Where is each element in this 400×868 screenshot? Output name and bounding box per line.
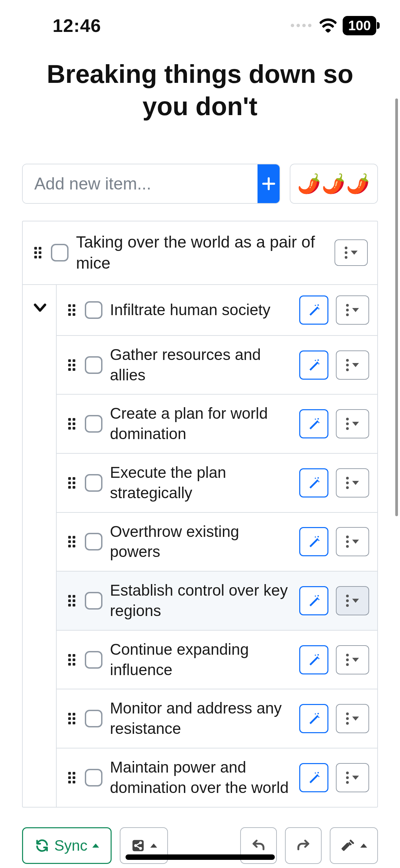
tools-button[interactable] bbox=[330, 827, 378, 864]
svg-point-7 bbox=[315, 419, 316, 420]
drag-handle-icon[interactable] bbox=[66, 711, 77, 726]
drag-handle-icon[interactable] bbox=[66, 357, 77, 373]
task-checkbox[interactable] bbox=[85, 474, 102, 492]
redo-button[interactable] bbox=[285, 827, 322, 864]
battery-badge: 100 bbox=[343, 16, 376, 35]
task-menu-button[interactable] bbox=[336, 295, 369, 325]
task-child-row: Gather resources and allies bbox=[57, 336, 377, 395]
task-text[interactable]: Maintain power and domination over the w… bbox=[110, 757, 292, 798]
task-child-row: Continue expanding influence bbox=[57, 631, 377, 690]
magic-wand-icon bbox=[306, 770, 321, 785]
spice-level-button[interactable]: 🌶️🌶️🌶️ bbox=[290, 164, 378, 204]
task-menu-button[interactable] bbox=[336, 409, 369, 438]
drag-handle-icon[interactable] bbox=[66, 770, 77, 785]
task-checkbox[interactable] bbox=[85, 710, 102, 727]
drag-handle-icon[interactable] bbox=[66, 302, 77, 318]
ai-breakdown-button[interactable] bbox=[299, 295, 328, 325]
svg-point-16 bbox=[315, 595, 316, 597]
task-checkbox[interactable] bbox=[85, 592, 102, 610]
task-checkbox[interactable] bbox=[85, 415, 102, 433]
svg-point-25 bbox=[315, 772, 316, 774]
undo-icon bbox=[251, 838, 266, 853]
kebab-icon bbox=[346, 595, 349, 607]
task-menu-button[interactable] bbox=[336, 527, 369, 556]
task-menu-button[interactable] bbox=[336, 586, 369, 615]
scroll-indicator[interactable] bbox=[395, 98, 398, 516]
caret-down-icon bbox=[351, 251, 358, 255]
task-menu-button[interactable] bbox=[335, 239, 368, 266]
caret-down-icon bbox=[352, 776, 359, 780]
drag-handle-icon[interactable] bbox=[32, 245, 43, 260]
task-checkbox[interactable] bbox=[51, 244, 69, 261]
task-text[interactable]: Execute the plan strategically bbox=[110, 463, 292, 503]
svg-point-3 bbox=[318, 359, 319, 361]
task-checkbox[interactable] bbox=[85, 533, 102, 550]
task-text[interactable]: Taking over the world as a pair of mice bbox=[76, 232, 327, 274]
ai-breakdown-button[interactable] bbox=[299, 586, 328, 615]
task-text[interactable]: Establish control over key regions bbox=[110, 580, 292, 621]
ai-breakdown-button[interactable] bbox=[299, 704, 328, 733]
task-checkbox[interactable] bbox=[85, 651, 102, 669]
drag-handle-icon[interactable] bbox=[66, 534, 77, 549]
caret-down-icon bbox=[352, 540, 359, 544]
kebab-icon bbox=[346, 359, 349, 371]
drag-handle-icon[interactable] bbox=[66, 416, 77, 432]
share-icon bbox=[131, 838, 146, 853]
ai-breakdown-button[interactable] bbox=[299, 645, 328, 674]
svg-point-18 bbox=[318, 654, 319, 655]
add-item-button[interactable] bbox=[258, 164, 280, 203]
svg-point-0 bbox=[318, 304, 319, 306]
caret-down-icon bbox=[352, 481, 359, 485]
kebab-icon bbox=[346, 654, 349, 666]
svg-point-13 bbox=[315, 537, 316, 538]
task-menu-button[interactable] bbox=[336, 468, 369, 498]
task-menu-button[interactable] bbox=[336, 645, 369, 674]
add-item-input[interactable] bbox=[23, 164, 258, 203]
task-menu-button[interactable] bbox=[336, 350, 369, 380]
task-child-row: Create a plan for world domination bbox=[57, 395, 377, 454]
task-text[interactable]: Infiltrate human society bbox=[110, 300, 292, 320]
drag-handle-icon[interactable] bbox=[66, 475, 77, 491]
collapse-toggle[interactable] bbox=[32, 299, 49, 318]
magic-wand-icon bbox=[306, 475, 321, 490]
ai-breakdown-button[interactable] bbox=[299, 527, 328, 556]
task-text[interactable]: Overthrow existing powers bbox=[110, 522, 292, 562]
task-parent-row: Taking over the world as a pair of mice bbox=[23, 221, 377, 285]
task-text[interactable]: Gather resources and allies bbox=[110, 345, 292, 385]
magic-wand-icon bbox=[306, 416, 321, 431]
ai-breakdown-button[interactable] bbox=[299, 350, 328, 380]
ai-breakdown-button[interactable] bbox=[299, 763, 328, 792]
ai-breakdown-button[interactable] bbox=[299, 409, 328, 438]
kebab-icon bbox=[346, 772, 349, 784]
caret-down-icon bbox=[352, 308, 359, 312]
svg-point-6 bbox=[318, 418, 319, 419]
task-text[interactable]: Create a plan for world domination bbox=[110, 403, 292, 444]
drag-handle-icon[interactable] bbox=[66, 593, 77, 609]
sync-button[interactable]: Sync bbox=[22, 827, 112, 864]
task-menu-button[interactable] bbox=[336, 704, 369, 733]
caret-down-icon bbox=[352, 422, 359, 426]
task-text[interactable]: Continue expanding influence bbox=[110, 639, 292, 680]
task-child-row: Execute the plan strategically bbox=[57, 454, 377, 513]
drag-handle-icon[interactable] bbox=[66, 652, 77, 668]
ai-breakdown-button[interactable] bbox=[299, 468, 328, 498]
add-item-group bbox=[22, 164, 280, 204]
magic-wand-icon bbox=[306, 303, 321, 318]
magic-wand-icon bbox=[306, 534, 321, 549]
chevron-down-icon bbox=[32, 299, 49, 316]
hammer-icon bbox=[341, 838, 356, 853]
svg-point-8 bbox=[318, 422, 320, 423]
svg-point-19 bbox=[315, 654, 316, 656]
task-menu-button[interactable] bbox=[336, 763, 369, 792]
magic-wand-icon bbox=[306, 652, 321, 667]
task-checkbox[interactable] bbox=[85, 301, 102, 319]
task-checkbox[interactable] bbox=[85, 356, 102, 374]
home-indicator[interactable] bbox=[126, 854, 275, 860]
cellular-dots-icon bbox=[291, 24, 311, 27]
svg-point-15 bbox=[318, 595, 319, 596]
task-checkbox[interactable] bbox=[85, 769, 102, 786]
task-text[interactable]: Monitor and address any resistance bbox=[110, 698, 292, 739]
caret-up-icon bbox=[92, 844, 99, 848]
svg-point-17 bbox=[318, 599, 320, 600]
svg-point-26 bbox=[318, 776, 320, 777]
